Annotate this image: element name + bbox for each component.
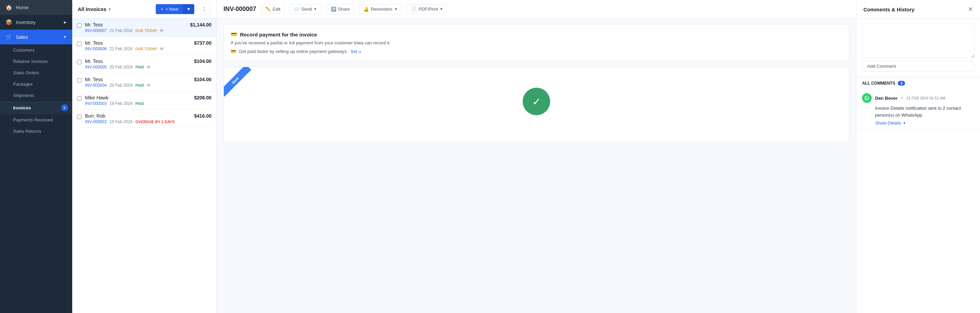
comment-author-row: Den Bover • 21 FEB 2024 01:51 AM: [862, 93, 975, 103]
sidebar-sub-label: Shipments: [13, 93, 34, 98]
reminders-button[interactable]: 🔔 Reminders ▼: [359, 4, 402, 14]
setup-link[interactable]: Set u: [351, 49, 361, 54]
sidebar-item-sales-orders[interactable]: Sales Orders: [0, 67, 72, 78]
table-row[interactable]: Mr. Tess INV-000007 21 Feb 2024 DUE TODA…: [72, 19, 216, 37]
invoice-meta: INV-000002 19 Feb 2024 OVERDUE BY 2 DAYS: [85, 119, 191, 124]
sidebar-item-label: Inventory: [16, 20, 36, 25]
invoice-list-title[interactable]: All Invoices ▼: [78, 6, 111, 12]
table-row[interactable]: Mike Hawk INV-000003 19 Feb 2024 PAID $2…: [72, 92, 216, 110]
table-row[interactable]: Burr, Rob INV-000002 19 Feb 2024 OVERDUE…: [72, 110, 216, 128]
sent-ribbon: Sent: [224, 67, 251, 97]
sent-ribbon-container: Sent: [224, 67, 258, 102]
pdf-label: PDF/Print: [418, 6, 438, 12]
record-payment-title: 💳 Record payment for the invoice: [231, 31, 842, 38]
invoice-row-content: Mr. Tess INV-000006 21 Feb 2024 DUE TODA…: [85, 40, 191, 51]
sidebar-item-label: Sales: [16, 34, 28, 40]
sidebar: 🏠 Home 📦 Inventory ▶ 🛒 Sales ▼ Customers…: [0, 0, 72, 313]
sidebar-sub-label: Invoices: [13, 105, 31, 110]
invoice-amount: $104.00: [194, 77, 212, 82]
invoice-date: 19 Feb 2024: [109, 119, 132, 124]
sidebar-item-shipments[interactable]: Shipments: [0, 90, 72, 101]
invoice-amount-col: $104.00: [194, 59, 212, 64]
check-icon: ✓: [532, 95, 541, 108]
invoice-amount-col: $104.00: [194, 77, 212, 82]
card-icon: 💳: [231, 49, 236, 54]
table-row[interactable]: Mr. Tess INV-000004 20 Feb 2024 PAID ✉ $…: [72, 73, 216, 92]
record-payment-box: 💳 Record payment for the invoice If you'…: [224, 24, 850, 61]
new-button-label: + New: [165, 6, 178, 12]
invoice-row-content: Mike Hawk INV-000003 19 Feb 2024 PAID: [85, 95, 191, 106]
record-payment-description: If you've received a partial or full pay…: [231, 40, 842, 45]
sidebar-item-inventory[interactable]: 📦 Inventory ▶: [0, 15, 72, 30]
new-button-dropdown[interactable]: ▼: [183, 4, 194, 14]
sidebar-item-sales-returns[interactable]: Sales Returns: [0, 126, 72, 137]
comment-timestamp: 21 FEB 2024 01:51 AM: [907, 96, 946, 100]
invoices-badge: +: [61, 104, 68, 111]
comment-count-badge: 3: [898, 81, 905, 86]
edit-button[interactable]: ✏️ Edit: [261, 4, 285, 14]
close-comments-button[interactable]: ✕: [968, 5, 973, 13]
pdf-print-button[interactable]: 📄 PDF/Print ▼: [407, 4, 447, 14]
more-options-button[interactable]: ⋮: [198, 3, 211, 15]
row-checkbox[interactable]: [77, 23, 81, 28]
invoice-number: INV-000004: [85, 83, 107, 88]
sidebar-item-packages[interactable]: Packages: [0, 78, 72, 90]
sidebar-item-payments-received[interactable]: Payments Received: [0, 114, 72, 126]
invoice-preview-area: Sent ✓: [224, 67, 850, 142]
pdf-icon: 📄: [411, 6, 417, 12]
add-comment-button[interactable]: Add Comment: [862, 61, 975, 71]
sidebar-sub-label: Packages: [13, 81, 33, 87]
invoice-amount-col: $416.00: [194, 113, 212, 119]
invoice-amount: $416.00: [194, 113, 212, 119]
chevron-right-icon: ▶: [64, 20, 67, 24]
reminders-icon: 🔔: [363, 6, 369, 12]
table-row[interactable]: Mr. Tess INV-000006 21 Feb 2024 DUE TODA…: [72, 37, 216, 55]
status-badge: PAID: [135, 102, 144, 106]
envelope-icon: ✉: [147, 65, 150, 70]
row-checkbox[interactable]: [77, 114, 81, 119]
invoice-detail-title: INV-000007: [224, 5, 256, 13]
add-comment-label: Add Comment: [867, 64, 896, 69]
comment-textarea[interactable]: [862, 24, 975, 58]
row-checkbox[interactable]: [77, 78, 81, 83]
sidebar-sub-label: Retainer Invoices: [13, 59, 48, 64]
invoice-date: 19 Feb 2024: [109, 101, 132, 106]
show-details-button[interactable]: Show Details ▼: [875, 121, 906, 126]
share-button[interactable]: ↗️ Share: [326, 4, 355, 14]
customer-name: Mr. Tess: [85, 40, 191, 46]
share-label: Share: [338, 6, 350, 12]
invoice-paid-circle: ✓: [523, 88, 550, 115]
comment-text: Invoice Details notification sent to 2 c…: [875, 105, 975, 118]
row-checkbox[interactable]: [77, 96, 81, 101]
sidebar-sub-label: Payments Received: [13, 117, 53, 122]
record-payment-label: Record payment for the invoice: [240, 32, 317, 38]
edit-label: Edit: [273, 6, 280, 12]
sidebar-item-home[interactable]: 🏠 Home: [0, 0, 72, 15]
chevron-down-icon: ▼: [394, 7, 398, 11]
row-checkbox[interactable]: [77, 41, 81, 46]
invoice-meta: INV-000003 19 Feb 2024 PAID: [85, 101, 191, 106]
all-comments-label: ALL COMMENTS: [862, 81, 895, 86]
sidebar-item-sales[interactable]: 🛒 Sales ▼: [0, 30, 72, 44]
invoice-meta: INV-000005 20 Feb 2024 PAID ✉: [85, 65, 191, 70]
invoice-meta: INV-000007 21 Feb 2024 DUE TODAY ✉: [85, 28, 187, 33]
new-button[interactable]: + + New: [156, 4, 183, 14]
sidebar-item-retainer-invoices[interactable]: Retainer Invoices: [0, 56, 72, 67]
all-comments-section: ALL COMMENTS 3: [857, 77, 980, 89]
chevron-down-icon: ▼: [186, 6, 191, 12]
invoice-amount: $104.00: [194, 59, 212, 64]
share-icon: ↗️: [331, 6, 336, 12]
invoice-number: INV-000006: [85, 46, 107, 51]
payment-icon: 💳: [231, 31, 237, 38]
table-row[interactable]: Mr. Tess INV-000005 20 Feb 2024 PAID ✉ $…: [72, 55, 216, 73]
payment-gateway-row: 💳 Get paid faster by setting up online p…: [231, 49, 842, 54]
invoice-amount-col: $208.00: [194, 95, 212, 100]
invoice-row-content: Mr. Tess INV-000004 20 Feb 2024 PAID ✉: [85, 77, 191, 88]
sidebar-item-invoices[interactable]: Invoices +: [0, 101, 72, 114]
customer-name: Burr, Rob: [85, 113, 191, 119]
invoice-number: INV-000005: [85, 65, 107, 70]
send-button[interactable]: ✉️ Send ▼: [290, 4, 321, 14]
row-checkbox[interactable]: [77, 60, 81, 64]
sidebar-item-customers[interactable]: Customers: [0, 44, 72, 56]
sales-icon: 🛒: [5, 34, 13, 40]
